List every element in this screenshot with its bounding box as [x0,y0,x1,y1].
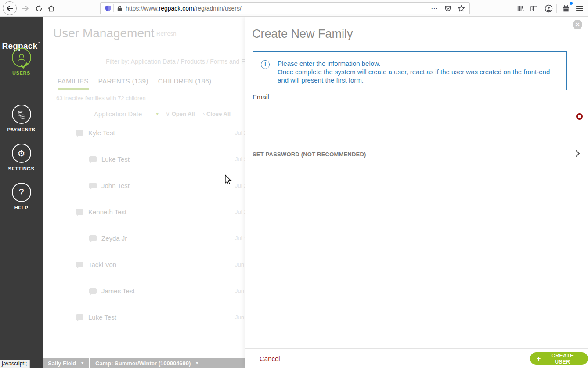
chevron-down-icon: ▼ [80,361,84,365]
bookmark-star-icon[interactable] [458,5,465,12]
settings-gear-icon: ⚙ [12,144,31,163]
application-date: Jun 30 [235,261,245,268]
help-question-icon: ? [12,183,31,202]
list-item[interactable]: John TestJul 2 [43,172,245,198]
info-message-text: Please enter the information below. Once… [278,59,560,90]
arrow-right-icon [22,5,29,12]
list-item[interactable]: Kyle TestJul 2 [43,119,245,146]
browser-toolbar: https://www.regpack.com/reg/admin/users/… [0,0,588,17]
app-sidebar: Regpack™ USERS PAYMENTS ⚙ SETTINGS ? HEL… [0,17,43,368]
email-label: Email [253,93,269,101]
tab-children[interactable]: CHILDREN (186) [158,77,211,90]
plus-icon: + [537,355,541,363]
lock-icon[interactable] [116,5,123,12]
url-bar[interactable]: https://www.regpack.com/reg/admin/users/… [100,2,470,14]
sidebar-item-help[interactable]: ? HELP [0,183,43,210]
info-icon: i [261,60,270,69]
chat-bubble-icon [76,262,83,267]
close-all-button[interactable]: ›Close All [203,111,231,117]
set-password-toggle[interactable]: SET PASSWORD (NOT RECOMMENDED) [253,151,366,158]
chat-bubble-icon [89,288,97,294]
chat-bubble-icon [89,156,97,162]
home-icon [47,5,55,12]
sort-dropdown[interactable]: Application Date [94,110,142,118]
application-date: Jun 30 [235,288,245,294]
back-button[interactable] [3,1,17,15]
list-item[interactable]: Tacki VonJun 30 [43,251,245,278]
family-name: John Test [101,182,130,189]
list-item[interactable]: Luke TestJul 2 [43,146,245,172]
application-date: Jun 26 [235,314,245,321]
family-list: Kyle TestJul 2Luke TestJul 2John TestJul… [43,119,245,330]
create-user-button[interactable]: + CREATE USER [530,352,588,365]
family-name: Luke Test [88,314,116,321]
list-controls: Application Date ▼ ∨Open All ›Close All [94,110,238,118]
sidebar-item-payments[interactable]: PAYMENTS [0,105,43,132]
inactive-families-note: 63 inactive families with 72 children [56,95,146,101]
payments-coins-icon [12,105,31,124]
forward-button[interactable] [18,1,32,15]
mouse-cursor [224,174,232,185]
chat-bubble-icon [76,314,83,320]
application-date: Jul 2 [235,156,245,162]
whats-new-gift-icon[interactable] [560,3,572,14]
home-button[interactable] [44,1,58,15]
family-name: Zeyda Jr [101,235,127,242]
library-icon[interactable] [515,3,526,14]
family-name: Luke Test [101,155,130,163]
chevron-open-icon: ∨ [166,111,170,117]
urlbar-divider [113,4,114,12]
family-name: Kenneth Test [88,208,126,216]
required-field-icon [576,113,583,120]
page-actions-icon[interactable]: ⋯ [431,4,438,13]
open-all-button[interactable]: ∨Open All [166,111,195,117]
sidebar-item-label: PAYMENTS [0,127,43,132]
sidebar-item-label: SETTINGS [0,166,43,171]
sidebar-item-label: HELP [0,205,43,210]
family-name: Tacki Von [88,261,116,268]
toolbar-divider [556,4,557,13]
reload-icon [35,5,43,12]
chevron-close-icon: › [203,111,205,117]
user-tabs: FAMILIES PARENTS (139) CHILDREN (186) [58,77,211,90]
sidebar-item-label: USERS [0,70,43,76]
filter-by-links[interactable]: Filter by: Application Data / Products /… [106,58,245,65]
notification-dot [570,2,573,5]
list-item[interactable]: Kenneth TestJul 1 [43,198,245,225]
tab-families[interactable]: FAMILIES [58,77,89,90]
user-management-page: User Management Refresh Filter by: Appli… [43,17,245,368]
modal-title: Create New Family [252,27,353,41]
sidebar-item-settings[interactable]: ⚙ SETTINGS [0,144,43,171]
family-name: James Test [101,287,135,295]
page-title: User Management [53,26,154,40]
close-icon[interactable]: ✕ [573,20,582,29]
project-selector[interactable]: Camp: Summer/Winter (100904699)▼ [90,358,245,368]
account-icon[interactable] [543,3,554,14]
admin-selector[interactable]: Sally Field▼ [43,358,89,368]
email-field[interactable] [253,108,567,128]
info-message-box: i Please enter the information below. On… [253,51,567,90]
list-item[interactable]: Zeyda JrJul 1 [43,225,245,251]
cancel-button[interactable]: Cancel [260,355,280,362]
section-divider [245,143,588,143]
chat-bubble-icon [76,209,83,215]
list-item[interactable]: Luke TestJun 26 [43,304,245,330]
url-text[interactable]: https://www.regpack.com/reg/admin/users/ [126,5,431,12]
application-date: Jul 1 [235,209,245,215]
chevron-down-icon[interactable]: ▼ [155,112,159,116]
users-icon [12,48,31,67]
tab-parents[interactable]: PARENTS (139) [98,77,148,90]
sidebar-item-users[interactable]: USERS [0,48,43,76]
chevron-right-icon[interactable] [573,150,580,157]
pocket-icon[interactable] [444,5,451,12]
refresh-link[interactable]: Refresh [156,30,177,37]
chat-bubble-icon [89,183,97,188]
list-item[interactable]: James TestJun 30 [43,278,245,304]
menu-hamburger-icon[interactable] [574,3,585,14]
create-new-family-modal: Create New Family ✕ i Please enter the i… [245,17,588,368]
sidebars-icon[interactable] [528,3,540,14]
tracking-protection-shield-icon[interactable] [105,5,112,12]
application-date: Jul 2 [235,182,245,189]
bottom-context-bar: Sally Field▼ Camp: Summer/Winter (100904… [43,358,245,368]
footer-divider [245,348,588,349]
